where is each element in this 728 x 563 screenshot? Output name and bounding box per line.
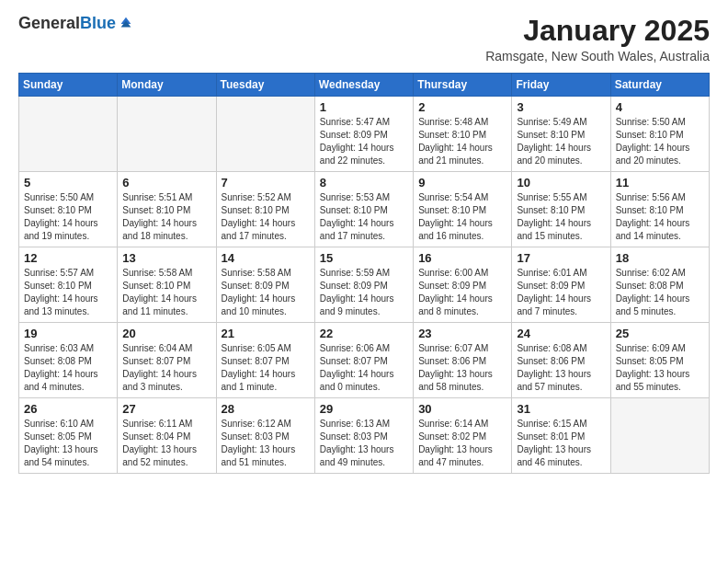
- table-row: 29Sunrise: 6:13 AM Sunset: 8:03 PM Dayli…: [314, 398, 413, 474]
- day-number: 16: [418, 251, 506, 265]
- table-row: 31Sunrise: 6:15 AM Sunset: 8:01 PM Dayli…: [512, 398, 610, 474]
- day-number: 9: [418, 176, 506, 190]
- day-number: 22: [320, 327, 408, 340]
- table-row: 1Sunrise: 5:47 AM Sunset: 8:09 PM Daylig…: [314, 97, 413, 172]
- calendar-week-row: 26Sunrise: 6:10 AM Sunset: 8:05 PM Dayli…: [19, 398, 710, 474]
- table-row: 11Sunrise: 5:56 AM Sunset: 8:10 PM Dayli…: [610, 172, 709, 247]
- table-row: 7Sunrise: 5:52 AM Sunset: 8:10 PM Daylig…: [216, 172, 314, 247]
- day-info: Sunrise: 5:49 AM Sunset: 8:10 PM Dayligh…: [517, 116, 605, 167]
- day-info: Sunrise: 5:53 AM Sunset: 8:10 PM Dayligh…: [320, 191, 408, 243]
- calendar-table: Sunday Monday Tuesday Wednesday Thursday…: [18, 73, 710, 474]
- day-info: Sunrise: 5:51 AM Sunset: 8:10 PM Dayligh…: [122, 191, 210, 243]
- header-thursday: Thursday: [414, 74, 512, 97]
- header-tuesday: Tuesday: [216, 74, 314, 97]
- day-number: 4: [616, 100, 704, 114]
- day-info: Sunrise: 6:01 AM Sunset: 8:09 PM Dayligh…: [517, 267, 605, 318]
- title-block: January 2025 Ramsgate, New South Wales, …: [485, 15, 710, 63]
- day-info: Sunrise: 5:52 AM Sunset: 8:10 PM Dayligh…: [222, 191, 310, 243]
- day-number: 27: [122, 402, 210, 416]
- day-info: Sunrise: 6:13 AM Sunset: 8:03 PM Dayligh…: [320, 418, 408, 469]
- table-row: 22Sunrise: 6:06 AM Sunset: 8:07 PM Dayli…: [314, 323, 413, 398]
- day-number: 29: [320, 402, 408, 416]
- table-row: 16Sunrise: 6:00 AM Sunset: 8:09 PM Dayli…: [414, 247, 512, 323]
- table-row: 24Sunrise: 6:08 AM Sunset: 8:06 PM Dayli…: [512, 323, 610, 398]
- day-number: 3: [517, 100, 605, 114]
- day-info: Sunrise: 5:58 AM Sunset: 8:09 PM Dayligh…: [222, 267, 310, 318]
- header-friday: Friday: [512, 74, 610, 97]
- logo-icon: [118, 16, 134, 32]
- day-info: Sunrise: 5:55 AM Sunset: 8:10 PM Dayligh…: [517, 191, 605, 243]
- day-number: 25: [616, 327, 704, 340]
- header-sunday: Sunday: [19, 74, 118, 97]
- day-info: Sunrise: 5:48 AM Sunset: 8:10 PM Dayligh…: [418, 116, 506, 167]
- day-info: Sunrise: 5:50 AM Sunset: 8:10 PM Dayligh…: [24, 191, 112, 243]
- day-info: Sunrise: 6:03 AM Sunset: 8:08 PM Dayligh…: [24, 342, 112, 394]
- calendar-week-row: 12Sunrise: 5:57 AM Sunset: 8:10 PM Dayli…: [19, 247, 710, 323]
- day-number: 2: [418, 100, 506, 114]
- day-info: Sunrise: 5:57 AM Sunset: 8:10 PM Dayligh…: [24, 267, 112, 318]
- table-row: 26Sunrise: 6:10 AM Sunset: 8:05 PM Dayli…: [19, 398, 118, 474]
- table-row: 2Sunrise: 5:48 AM Sunset: 8:10 PM Daylig…: [414, 97, 512, 172]
- header-monday: Monday: [118, 74, 216, 97]
- day-number: 11: [616, 176, 704, 190]
- table-row: 25Sunrise: 6:09 AM Sunset: 8:05 PM Dayli…: [610, 323, 709, 398]
- table-row: [610, 398, 709, 474]
- calendar-week-row: 19Sunrise: 6:03 AM Sunset: 8:08 PM Dayli…: [19, 323, 710, 398]
- day-info: Sunrise: 6:07 AM Sunset: 8:06 PM Dayligh…: [418, 342, 506, 394]
- table-row: 8Sunrise: 5:53 AM Sunset: 8:10 PM Daylig…: [314, 172, 413, 247]
- day-info: Sunrise: 6:04 AM Sunset: 8:07 PM Dayligh…: [122, 342, 210, 394]
- day-number: 28: [222, 402, 310, 416]
- table-row: 23Sunrise: 6:07 AM Sunset: 8:06 PM Dayli…: [414, 323, 512, 398]
- table-row: 10Sunrise: 5:55 AM Sunset: 8:10 PM Dayli…: [512, 172, 610, 247]
- table-row: 15Sunrise: 5:59 AM Sunset: 8:09 PM Dayli…: [314, 247, 413, 323]
- day-number: 20: [122, 327, 210, 340]
- day-info: Sunrise: 5:56 AM Sunset: 8:10 PM Dayligh…: [616, 191, 704, 243]
- header-saturday: Saturday: [610, 74, 709, 97]
- table-row: 5Sunrise: 5:50 AM Sunset: 8:10 PM Daylig…: [19, 172, 118, 247]
- day-info: Sunrise: 5:59 AM Sunset: 8:09 PM Dayligh…: [320, 267, 408, 318]
- table-row: 20Sunrise: 6:04 AM Sunset: 8:07 PM Dayli…: [118, 323, 216, 398]
- logo: GeneralBlue: [18, 15, 134, 33]
- table-row: 12Sunrise: 5:57 AM Sunset: 8:10 PM Dayli…: [19, 247, 118, 323]
- weekday-header-row: Sunday Monday Tuesday Wednesday Thursday…: [19, 74, 710, 97]
- day-number: 13: [122, 251, 210, 265]
- header: GeneralBlue January 2025 Ramsgate, New S…: [18, 15, 710, 63]
- day-info: Sunrise: 5:54 AM Sunset: 8:10 PM Dayligh…: [418, 191, 506, 243]
- logo-blue: Blue: [80, 14, 116, 32]
- day-number: 31: [517, 402, 605, 416]
- day-number: 24: [517, 327, 605, 340]
- day-number: 5: [24, 176, 112, 190]
- day-info: Sunrise: 6:09 AM Sunset: 8:05 PM Dayligh…: [616, 342, 704, 394]
- table-row: 4Sunrise: 5:50 AM Sunset: 8:10 PM Daylig…: [610, 97, 709, 172]
- table-row: 9Sunrise: 5:54 AM Sunset: 8:10 PM Daylig…: [414, 172, 512, 247]
- day-number: 6: [122, 176, 210, 190]
- table-row: [118, 97, 216, 172]
- day-number: 15: [320, 251, 408, 265]
- day-info: Sunrise: 6:06 AM Sunset: 8:07 PM Dayligh…: [320, 342, 408, 394]
- day-number: 26: [24, 402, 112, 416]
- page: GeneralBlue January 2025 Ramsgate, New S…: [0, 0, 728, 488]
- day-number: 1: [320, 100, 408, 114]
- day-info: Sunrise: 6:02 AM Sunset: 8:08 PM Dayligh…: [616, 267, 704, 318]
- table-row: [19, 97, 118, 172]
- day-info: Sunrise: 6:08 AM Sunset: 8:06 PM Dayligh…: [517, 342, 605, 394]
- day-info: Sunrise: 6:11 AM Sunset: 8:04 PM Dayligh…: [122, 418, 210, 469]
- table-row: 18Sunrise: 6:02 AM Sunset: 8:08 PM Dayli…: [610, 247, 709, 323]
- table-row: 21Sunrise: 6:05 AM Sunset: 8:07 PM Dayli…: [216, 323, 314, 398]
- day-info: Sunrise: 6:12 AM Sunset: 8:03 PM Dayligh…: [222, 418, 310, 469]
- day-number: 21: [222, 327, 310, 340]
- table-row: 19Sunrise: 6:03 AM Sunset: 8:08 PM Dayli…: [19, 323, 118, 398]
- day-info: Sunrise: 5:47 AM Sunset: 8:09 PM Dayligh…: [320, 116, 408, 167]
- table-row: 30Sunrise: 6:14 AM Sunset: 8:02 PM Dayli…: [414, 398, 512, 474]
- table-row: 3Sunrise: 5:49 AM Sunset: 8:10 PM Daylig…: [512, 97, 610, 172]
- day-number: 10: [517, 176, 605, 190]
- table-row: [216, 97, 314, 172]
- day-info: Sunrise: 6:14 AM Sunset: 8:02 PM Dayligh…: [418, 418, 506, 469]
- location-title: Ramsgate, New South Wales, Australia: [485, 49, 710, 63]
- day-info: Sunrise: 6:10 AM Sunset: 8:05 PM Dayligh…: [24, 418, 112, 469]
- day-info: Sunrise: 5:58 AM Sunset: 8:10 PM Dayligh…: [122, 267, 210, 318]
- day-info: Sunrise: 5:50 AM Sunset: 8:10 PM Dayligh…: [616, 116, 704, 167]
- day-number: 18: [616, 251, 704, 265]
- day-number: 7: [222, 176, 310, 190]
- day-info: Sunrise: 6:15 AM Sunset: 8:01 PM Dayligh…: [517, 418, 605, 469]
